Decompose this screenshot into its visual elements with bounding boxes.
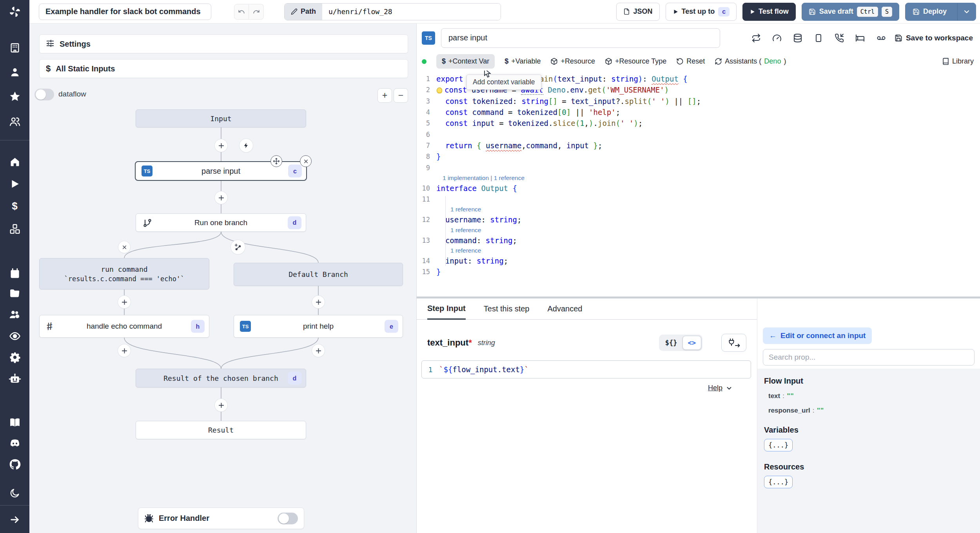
add-resource-type-button[interactable]: +Resource Type — [605, 57, 666, 65]
eye-icon[interactable] — [8, 329, 22, 343]
test-flow-button[interactable]: Test flow — [742, 3, 796, 21]
play-icon — [750, 9, 755, 15]
code-editor[interactable]: 1export async function main(text_input: … — [417, 71, 980, 297]
tab-test-this-step[interactable]: Test this step — [484, 298, 530, 319]
expression-editor[interactable]: 1 `${flow_input.text}` — [421, 360, 751, 378]
github-icon[interactable] — [8, 458, 22, 471]
gauge-icon[interactable] — [772, 33, 782, 43]
node-input-label: Input — [210, 115, 231, 123]
building-icon[interactable] — [8, 41, 22, 55]
save-to-workspace-button[interactable]: Save to workspace — [895, 34, 973, 42]
add-resource-button[interactable]: +Resource — [550, 57, 595, 65]
add-step-button[interactable] — [215, 139, 227, 152]
expand-sidebar-icon[interactable] — [8, 513, 22, 526]
node-run-command-branch[interactable]: run command `results.c.command === 'echo… — [39, 258, 209, 289]
edit-connect-button[interactable]: ← Edit or connect an input — [763, 327, 872, 344]
branch-title: run command — [101, 265, 147, 273]
database-icon[interactable] — [793, 33, 802, 43]
moon-icon[interactable] — [8, 486, 22, 500]
variables-expand-chip[interactable]: {...} — [764, 439, 793, 451]
path-control[interactable]: Path u/henri/flow_28 — [284, 3, 501, 20]
user-group-icon[interactable] — [8, 115, 22, 128]
flow-title-input[interactable] — [39, 4, 211, 20]
assistants-label: Assistants ( — [725, 57, 761, 65]
resources-expand-chip[interactable]: {...} — [764, 476, 793, 488]
json-button[interactable]: JSON — [616, 3, 660, 21]
play-icon[interactable] — [8, 177, 22, 191]
calendar-icon[interactable] — [8, 267, 22, 280]
prop-entry[interactable]: response_url:"" — [764, 407, 980, 415]
node-input[interactable]: Input — [136, 109, 306, 127]
book-icon[interactable] — [8, 416, 22, 429]
code-mode-button[interactable]: <> — [682, 336, 701, 350]
tab-step-input[interactable]: Step Input — [427, 298, 466, 320]
phone-incoming-icon[interactable] — [835, 33, 844, 43]
tablet-icon[interactable] — [814, 33, 823, 43]
add-branch-button[interactable] — [231, 240, 245, 254]
move-node-handle[interactable] — [270, 155, 282, 167]
library-button[interactable]: Library — [942, 57, 980, 65]
reset-button[interactable]: Reset — [676, 57, 705, 65]
repeat-icon[interactable] — [751, 33, 761, 43]
plus-icon — [218, 142, 225, 149]
trigger-button[interactable] — [240, 139, 253, 152]
bed-icon[interactable] — [855, 33, 865, 43]
search-prop-input[interactable] — [763, 349, 975, 366]
deploy-button[interactable]: Deploy — [905, 3, 976, 21]
save-draft-button[interactable]: Save draft Ctrl S — [802, 3, 899, 21]
add-step-button[interactable] — [118, 296, 131, 308]
robot-icon[interactable] — [8, 372, 22, 385]
node-handle-echo-label: handle echo command — [87, 322, 162, 331]
typescript-badge: TS — [240, 321, 251, 332]
add-context-var-button[interactable]: $ +Context Var — [436, 54, 495, 69]
star-icon[interactable] — [8, 90, 22, 103]
help-link[interactable]: Help — [708, 384, 722, 392]
add-step-button[interactable] — [118, 344, 131, 357]
template-mode-button[interactable]: ${} — [660, 336, 682, 349]
plus-icon — [315, 347, 322, 354]
delete-node-button[interactable] — [300, 155, 312, 167]
deploy-main[interactable]: Deploy — [906, 3, 954, 20]
group-settings-icon[interactable] — [8, 308, 22, 321]
add-variable-button[interactable]: $ +Variable — [505, 57, 541, 65]
topbar-actions: JSON Test up to c Test flow Save draft C… — [616, 3, 980, 21]
deploy-dropdown[interactable] — [957, 3, 976, 20]
home-icon[interactable] — [8, 155, 22, 169]
prop-entry[interactable]: text:"" — [764, 392, 980, 400]
add-step-button[interactable] — [215, 191, 227, 204]
user-icon[interactable] — [8, 65, 22, 79]
chevron-down-icon[interactable] — [726, 385, 733, 392]
node-print-help-label: print help — [303, 322, 334, 331]
dollar-icon[interactable]: $ — [8, 199, 22, 213]
node-result[interactable]: Result — [136, 421, 306, 439]
gear-icon[interactable] — [8, 351, 22, 364]
node-result-of-branch[interactable]: Result of the chosen branch d — [136, 369, 306, 387]
node-run-one-branch[interactable]: Run one branch d — [136, 213, 306, 232]
add-resource-type-label: +Resource Type — [615, 57, 666, 65]
redo-icon — [253, 8, 260, 15]
tab-advanced[interactable]: Advanced — [547, 298, 582, 319]
folder-icon[interactable] — [8, 287, 22, 300]
redo-button[interactable] — [249, 4, 264, 20]
node-print-help[interactable]: TS print help e — [234, 315, 403, 338]
node-handle-echo-command[interactable]: # handle echo command h — [39, 315, 209, 338]
remove-branch-button[interactable] — [118, 241, 130, 253]
node-default-branch[interactable]: Default Branch — [234, 263, 403, 286]
test-up-to-button[interactable]: Test up to c — [666, 3, 737, 21]
step-name-input[interactable] — [441, 28, 720, 48]
code-line: 6 — [417, 129, 980, 140]
path-value[interactable]: u/henri/flow_28 — [322, 4, 501, 20]
add-step-button[interactable] — [312, 296, 325, 308]
connect-input-button[interactable] — [721, 334, 746, 352]
discord-icon[interactable] — [8, 437, 22, 450]
undo-button[interactable] — [234, 4, 249, 20]
add-step-button[interactable] — [215, 399, 227, 411]
assistants-button[interactable]: Assistants (Deno) — [715, 57, 786, 65]
add-step-button[interactable] — [312, 344, 325, 357]
step-tabs: Step Input Test this step Advanced — [417, 298, 757, 320]
boxes-icon[interactable] — [8, 222, 22, 236]
error-handler-toggle[interactable] — [278, 513, 298, 524]
voicemail-icon[interactable] — [876, 33, 886, 43]
windmill-logo[interactable] — [0, 0, 29, 24]
error-handler-row[interactable]: Error Handler — [138, 508, 304, 529]
